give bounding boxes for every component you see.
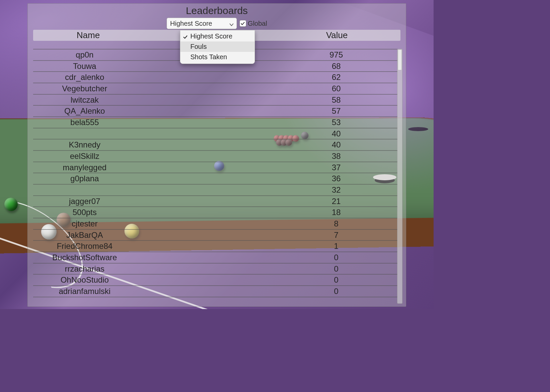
pocket-top (408, 127, 428, 131)
table-row: FriedChrome841 (33, 241, 398, 252)
cell-name: K3nnedy (33, 139, 136, 150)
cell-value: 60 (275, 83, 398, 94)
cell-name: manylegged (33, 162, 136, 173)
table-row: eelSkillz38 (33, 151, 398, 162)
cell-name: g0plana (33, 173, 136, 184)
controls-row: Highest Score Global (28, 18, 406, 29)
cell-name: 500pts (33, 207, 136, 218)
cell-name: QA_Alenko (33, 106, 136, 116)
cell-value: 18 (275, 207, 398, 218)
cell-value: 0 (275, 275, 398, 285)
cell-value: 68 (275, 61, 398, 72)
table-row: 40 (33, 128, 398, 140)
cell-name: jagger07 (33, 196, 136, 207)
cell-name: eelSkillz (33, 151, 136, 162)
cell-name: rrzacharias (33, 264, 136, 274)
scrollbar-vertical[interactable] (397, 49, 402, 304)
global-label: Global (248, 20, 267, 27)
cell-value: 40 (275, 128, 398, 139)
table-row: manylegged37 (33, 162, 398, 174)
cell-name: JakBarQA (33, 230, 136, 240)
check-icon (241, 21, 245, 26)
column-header-value: Value (273, 30, 400, 41)
cell-value: 40 (275, 139, 398, 150)
cell-value: 0 (275, 252, 398, 263)
cell-name: BuckshotSoftware (33, 252, 136, 263)
cell-name (33, 185, 136, 195)
cell-value: 21 (275, 196, 398, 207)
table-row: JakBarQA7 (33, 230, 398, 241)
table-row: QA_Alenko57 (33, 106, 398, 117)
table-row: OhNooStudio0 (33, 275, 398, 286)
cell-value: 37 (275, 162, 398, 173)
table-row: g0plana36 (33, 173, 398, 185)
cell-name: cjtester (33, 218, 136, 229)
table-row: lwitczak58 (33, 95, 398, 106)
cell-name: Vegebutcher (33, 83, 136, 94)
table-row: rrzacharias0 (33, 264, 398, 275)
dropdown-item[interactable]: Highest Score (180, 31, 255, 41)
green-ball (4, 198, 18, 211)
cell-name: FriedChrome84 (33, 241, 136, 252)
cell-value: 0 (275, 286, 398, 297)
table-row: adrianfamulski0 (33, 286, 398, 297)
table-row: BuckshotSoftware0 (33, 252, 398, 264)
table-row: cjtester8 (33, 218, 398, 230)
table-row: cdr_alenko62 (33, 72, 398, 83)
cell-value: 32 (275, 185, 398, 195)
category-dropdown[interactable]: Highest ScoreFoulsShots Taken (180, 30, 255, 64)
cell-name (33, 128, 136, 139)
table-row: jagger0721 (33, 196, 398, 207)
category-select[interactable]: Highest Score (167, 18, 237, 29)
cell-value: 53 (275, 117, 398, 128)
global-checkbox-wrap[interactable]: Global (240, 20, 267, 27)
cell-name: Touwa (33, 61, 136, 72)
category-select-label: Highest Score (170, 20, 212, 27)
cell-value: 57 (275, 106, 398, 116)
global-checkbox[interactable] (240, 20, 246, 27)
scrollbar-thumb[interactable] (398, 50, 402, 70)
table-row: bela55553 (33, 117, 398, 128)
cell-name: adrianfamulski (33, 286, 136, 297)
cell-name: lwitczak (33, 95, 136, 105)
cell-name: qp0n (33, 50, 136, 60)
cell-value: 8 (275, 218, 398, 229)
table-row: 32 (33, 185, 398, 196)
cell-value: 1 (275, 241, 398, 252)
cell-value: 7 (275, 230, 398, 240)
rows-viewport: qp0n975Touwa68cdr_alenko62Vegebutcher60l… (33, 49, 402, 306)
cell-name: OhNooStudio (33, 275, 136, 285)
check-icon (183, 33, 188, 42)
page-title: Leaderboards (28, 5, 406, 16)
cell-value: 58 (275, 95, 398, 105)
cell-value: 38 (275, 151, 398, 162)
leaderboards-panel: Leaderboards Highest Score Global Name V… (27, 3, 406, 307)
dropdown-item[interactable]: Shots Taken (180, 52, 255, 62)
table-body: qp0n975Touwa68cdr_alenko62Vegebutcher60l… (33, 49, 398, 306)
table-row: K3nnedy40 (33, 139, 398, 151)
cell-value: 975 (275, 50, 398, 60)
dropdown-item[interactable]: Fouls (180, 41, 255, 52)
cell-value: 0 (275, 264, 398, 274)
table-row: 500pts18 (33, 207, 398, 218)
cell-name: cdr_alenko (33, 72, 136, 83)
table-row: Vegebutcher60 (33, 83, 398, 95)
cell-value: 62 (275, 72, 398, 83)
chevron-down-icon (229, 21, 234, 26)
cell-value: 36 (275, 173, 398, 184)
cell-name: bela555 (33, 117, 136, 128)
